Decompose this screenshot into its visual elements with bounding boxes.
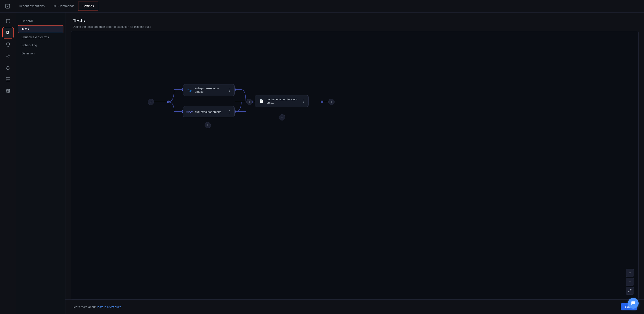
- tab-recent-executions[interactable]: Recent executions: [15, 2, 48, 10]
- svg-point-10: [8, 90, 8, 92]
- add-button-below-parallel[interactable]: +: [204, 122, 211, 128]
- node-curl-menu[interactable]: ⋮: [228, 110, 231, 114]
- content-header: Tests Define the tests and their order o…: [66, 12, 644, 31]
- page-subtitle: Define the tests and their order of exec…: [72, 25, 637, 28]
- node-curl[interactable]: curl// curl-executor-smoke ⋮: [183, 106, 234, 117]
- footer: Learn more about Tests in a test suite S…: [66, 300, 644, 314]
- node-curl-label: curl-executor-smoke: [195, 110, 226, 114]
- node-container-menu[interactable]: ⋮: [302, 99, 305, 103]
- sidebar-icon-settings[interactable]: [3, 86, 13, 96]
- node-kubepug-menu[interactable]: ⋮: [228, 88, 231, 92]
- tab-cli-commands[interactable]: CLI Commands: [49, 2, 78, 10]
- sidebar-icon-triggers[interactable]: [3, 51, 13, 61]
- flow-canvas-wrapper[interactable]: 🐾 kubepug-executor-smoke ⋮ curl// curl-e…: [71, 31, 638, 300]
- tab-settings[interactable]: Settings: [79, 2, 98, 10]
- sidebar-icon-home[interactable]: [3, 16, 13, 26]
- node-kubepug-label: kubepug-executor-smoke: [195, 87, 226, 93]
- nav-logo-icon: [4, 2, 12, 10]
- sidebar-icon-integrations[interactable]: [3, 63, 13, 72]
- zoom-out-button[interactable]: −: [626, 278, 634, 286]
- svg-line-22: [630, 289, 631, 291]
- sidebar-icon-tests[interactable]: [3, 28, 13, 38]
- add-button-mid[interactable]: +: [246, 99, 252, 105]
- top-nav-tabs: Recent executions CLI Commands Settings: [15, 2, 98, 10]
- kubepug-icon: 🐾: [186, 87, 193, 93]
- svg-line-23: [628, 291, 630, 292]
- sidebar-icon-storage[interactable]: [3, 74, 13, 84]
- flow-canvas: 🐾 kubepug-executor-smoke ⋮ curl// curl-e…: [71, 31, 638, 299]
- zoom-controls: + −: [626, 269, 634, 295]
- main-content: Tests Define the tests and their order o…: [66, 12, 644, 314]
- add-button-left[interactable]: +: [148, 99, 154, 105]
- svg-point-15: [167, 101, 170, 103]
- svg-marker-5: [6, 54, 10, 58]
- node-container-label: container-executor-curl-smo...: [267, 98, 299, 104]
- add-button-right[interactable]: +: [328, 99, 334, 105]
- svg-rect-7: [6, 80, 10, 81]
- settings-item-tests[interactable]: Tests: [18, 25, 64, 33]
- main-layout: General Tests Variables & Secrets Schedu…: [0, 12, 644, 314]
- svg-rect-1: [6, 19, 10, 23]
- settings-item-variables[interactable]: Variables & Secrets: [16, 33, 65, 41]
- svg-point-21: [321, 101, 323, 103]
- sidebar-icon-security[interactable]: [3, 39, 13, 49]
- settings-item-scheduling[interactable]: Scheduling: [16, 41, 65, 49]
- settings-item-general[interactable]: General: [16, 17, 65, 25]
- container-icon: 📄: [258, 98, 264, 104]
- top-nav: Recent executions CLI Commands Settings: [0, 0, 644, 12]
- chat-bubble[interactable]: [628, 298, 638, 309]
- footer-learn-text: Learn more about Tests in a test suite: [72, 305, 121, 309]
- icon-sidebar: [0, 12, 16, 314]
- settings-sidebar: General Tests Variables & Secrets Schedu…: [16, 12, 66, 314]
- svg-rect-0: [6, 4, 10, 8]
- settings-item-definition[interactable]: Definition: [16, 49, 65, 57]
- zoom-in-button[interactable]: +: [626, 269, 634, 277]
- page-title: Tests: [72, 18, 637, 24]
- footer-link[interactable]: Tests in a test suite: [96, 305, 121, 309]
- node-container[interactable]: 📄 container-executor-curl-smo... ⋮: [255, 95, 308, 107]
- svg-rect-6: [6, 77, 10, 79]
- node-kubepug[interactable]: 🐾 kubepug-executor-smoke ⋮: [183, 84, 234, 96]
- zoom-fit-button[interactable]: [626, 287, 634, 295]
- add-button-below-container[interactable]: +: [279, 114, 285, 120]
- curl-icon: curl//: [186, 109, 193, 115]
- flow-connections: [71, 31, 638, 299]
